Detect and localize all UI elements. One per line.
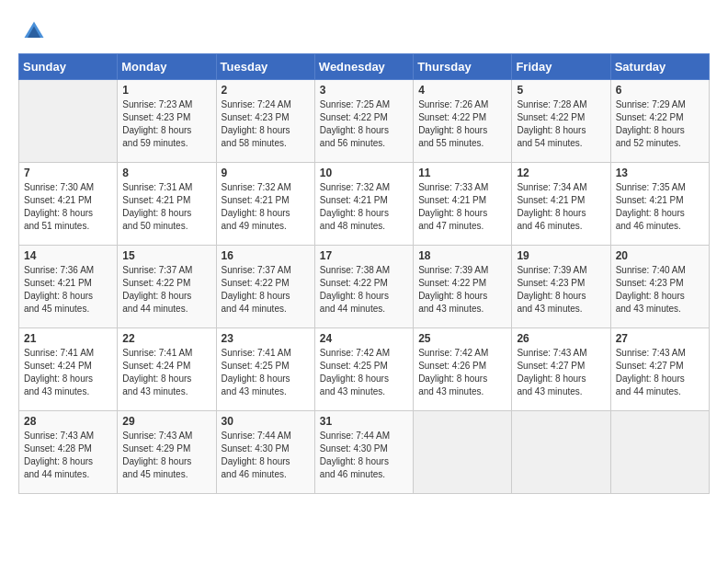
day-cell: 4Sunrise: 7:26 AMSunset: 4:22 PMDaylight… [414,80,512,163]
day-number: 25 [418,332,506,345]
day-info: Sunrise: 7:33 AMSunset: 4:21 PMDaylight:… [418,181,506,233]
day-header-sunday: Sunday [19,54,118,80]
week-row-3: 14Sunrise: 7:36 AMSunset: 4:21 PMDayligh… [19,246,710,328]
day-info: Sunrise: 7:26 AMSunset: 4:22 PMDaylight:… [418,98,506,150]
day-info: Sunrise: 7:31 AMSunset: 4:21 PMDaylight:… [122,181,210,233]
day-info: Sunrise: 7:43 AMSunset: 4:27 PMDaylight:… [616,347,704,398]
day-number: 11 [418,167,506,179]
day-cell: 11Sunrise: 7:33 AMSunset: 4:21 PMDayligh… [414,163,512,246]
day-info: Sunrise: 7:39 AMSunset: 4:23 PMDaylight:… [517,264,605,316]
day-header-wednesday: Wednesday [314,54,413,80]
day-info: Sunrise: 7:43 AMSunset: 4:27 PMDaylight:… [517,347,605,398]
day-cell: 25Sunrise: 7:42 AMSunset: 4:26 PMDayligh… [414,328,512,411]
day-cell: 16Sunrise: 7:37 AMSunset: 4:22 PMDayligh… [216,246,314,328]
day-cell: 6Sunrise: 7:29 AMSunset: 4:22 PMDaylight… [610,80,709,163]
day-number: 12 [517,167,605,179]
day-info: Sunrise: 7:25 AMSunset: 4:22 PMDaylight:… [320,98,408,150]
day-number: 3 [320,84,408,97]
day-cell: 7Sunrise: 7:30 AMSunset: 4:21 PMDaylight… [19,163,118,246]
day-info: Sunrise: 7:23 AMSunset: 4:23 PMDaylight:… [122,98,210,150]
day-header-tuesday: Tuesday [216,54,314,80]
week-row-4: 21Sunrise: 7:41 AMSunset: 4:24 PMDayligh… [19,328,710,411]
day-number: 28 [24,415,112,428]
day-info: Sunrise: 7:41 AMSunset: 4:24 PMDaylight:… [122,347,210,398]
day-cell: 28Sunrise: 7:43 AMSunset: 4:28 PMDayligh… [19,411,118,494]
day-info: Sunrise: 7:37 AMSunset: 4:22 PMDaylight:… [222,264,310,316]
day-cell: 10Sunrise: 7:32 AMSunset: 4:21 PMDayligh… [314,163,413,246]
day-number: 5 [517,84,605,97]
day-number: 20 [616,249,704,262]
day-cell: 26Sunrise: 7:43 AMSunset: 4:27 PMDayligh… [512,328,610,411]
day-number: 31 [320,415,408,428]
day-info: Sunrise: 7:24 AMSunset: 4:23 PMDaylight:… [222,98,310,150]
day-cell: 3Sunrise: 7:25 AMSunset: 4:22 PMDaylight… [314,80,413,163]
day-number: 6 [616,84,704,97]
day-cell: 18Sunrise: 7:39 AMSunset: 4:22 PMDayligh… [414,246,512,328]
day-info: Sunrise: 7:42 AMSunset: 4:26 PMDaylight:… [418,347,506,398]
day-cell: 8Sunrise: 7:31 AMSunset: 4:21 PMDaylight… [118,163,216,246]
day-info: Sunrise: 7:34 AMSunset: 4:21 PMDaylight:… [517,181,605,233]
calendar-table: SundayMondayTuesdayWednesdayThursdayFrid… [18,53,710,494]
day-info: Sunrise: 7:32 AMSunset: 4:21 PMDaylight:… [320,181,408,233]
day-cell: 9Sunrise: 7:32 AMSunset: 4:21 PMDaylight… [216,163,314,246]
day-cell: 14Sunrise: 7:36 AMSunset: 4:21 PMDayligh… [19,246,118,328]
day-cell: 23Sunrise: 7:41 AMSunset: 4:25 PMDayligh… [216,328,314,411]
logo [18,18,47,44]
day-info: Sunrise: 7:30 AMSunset: 4:21 PMDaylight:… [24,181,112,233]
week-row-2: 7Sunrise: 7:30 AMSunset: 4:21 PMDaylight… [19,163,710,246]
day-number: 18 [418,249,506,262]
day-cell: 12Sunrise: 7:34 AMSunset: 4:21 PMDayligh… [512,163,610,246]
day-info: Sunrise: 7:42 AMSunset: 4:25 PMDaylight:… [320,347,408,398]
day-cell: 21Sunrise: 7:41 AMSunset: 4:24 PMDayligh… [19,328,118,411]
logo-icon [21,18,47,44]
day-cell: 30Sunrise: 7:44 AMSunset: 4:30 PMDayligh… [216,411,314,494]
day-number: 24 [320,332,408,345]
day-info: Sunrise: 7:43 AMSunset: 4:29 PMDaylight:… [122,430,210,481]
day-number: 27 [616,332,704,345]
day-number: 1 [122,84,210,97]
calendar-header: SundayMondayTuesdayWednesdayThursdayFrid… [19,54,710,80]
day-number: 10 [320,167,408,179]
day-cell: 2Sunrise: 7:24 AMSunset: 4:23 PMDaylight… [216,80,314,163]
day-info: Sunrise: 7:35 AMSunset: 4:21 PMDaylight:… [616,181,704,233]
day-cell: 17Sunrise: 7:38 AMSunset: 4:22 PMDayligh… [314,246,413,328]
day-number: 9 [222,167,310,179]
day-cell: 24Sunrise: 7:42 AMSunset: 4:25 PMDayligh… [314,328,413,411]
day-info: Sunrise: 7:41 AMSunset: 4:24 PMDaylight:… [24,347,112,398]
day-info: Sunrise: 7:44 AMSunset: 4:30 PMDaylight:… [320,430,408,481]
day-number: 14 [24,249,112,262]
day-number: 26 [517,332,605,345]
day-cell [610,411,709,494]
day-cell [414,411,512,494]
day-header-saturday: Saturday [610,54,709,80]
day-cell: 29Sunrise: 7:43 AMSunset: 4:29 PMDayligh… [118,411,216,494]
day-cell: 15Sunrise: 7:37 AMSunset: 4:22 PMDayligh… [118,246,216,328]
day-cell [512,411,610,494]
day-number: 19 [517,249,605,262]
day-cell: 22Sunrise: 7:41 AMSunset: 4:24 PMDayligh… [118,328,216,411]
day-cell [19,80,118,163]
page-header [18,18,710,44]
day-cell: 27Sunrise: 7:43 AMSunset: 4:27 PMDayligh… [610,328,709,411]
week-row-5: 28Sunrise: 7:43 AMSunset: 4:28 PMDayligh… [19,411,710,494]
day-number: 23 [222,332,310,345]
day-number: 16 [222,249,310,262]
day-info: Sunrise: 7:41 AMSunset: 4:25 PMDaylight:… [222,347,310,398]
day-info: Sunrise: 7:44 AMSunset: 4:30 PMDaylight:… [222,430,310,481]
day-header-thursday: Thursday [414,54,512,80]
day-info: Sunrise: 7:39 AMSunset: 4:22 PMDaylight:… [418,264,506,316]
day-cell: 20Sunrise: 7:40 AMSunset: 4:23 PMDayligh… [610,246,709,328]
day-number: 22 [122,332,210,345]
day-info: Sunrise: 7:40 AMSunset: 4:23 PMDaylight:… [616,264,704,316]
day-number: 29 [122,415,210,428]
day-info: Sunrise: 7:37 AMSunset: 4:22 PMDaylight:… [122,264,210,316]
day-cell: 5Sunrise: 7:28 AMSunset: 4:22 PMDaylight… [512,80,610,163]
day-header-monday: Monday [118,54,216,80]
day-header-friday: Friday [512,54,610,80]
day-info: Sunrise: 7:38 AMSunset: 4:22 PMDaylight:… [320,264,408,316]
day-info: Sunrise: 7:28 AMSunset: 4:22 PMDaylight:… [517,98,605,150]
week-row-1: 1Sunrise: 7:23 AMSunset: 4:23 PMDaylight… [19,80,710,163]
day-info: Sunrise: 7:32 AMSunset: 4:21 PMDaylight:… [222,181,310,233]
day-number: 2 [222,84,310,97]
day-number: 4 [418,84,506,97]
